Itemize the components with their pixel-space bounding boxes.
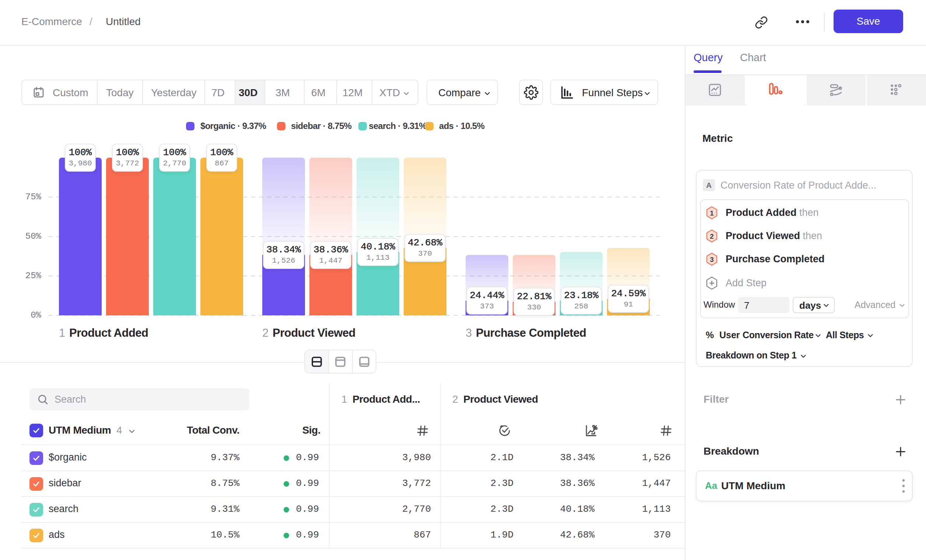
svg-text:3: 3 (710, 256, 714, 263)
svg-text:1: 1 (710, 209, 714, 217)
svg-text:2: 2 (710, 233, 714, 240)
